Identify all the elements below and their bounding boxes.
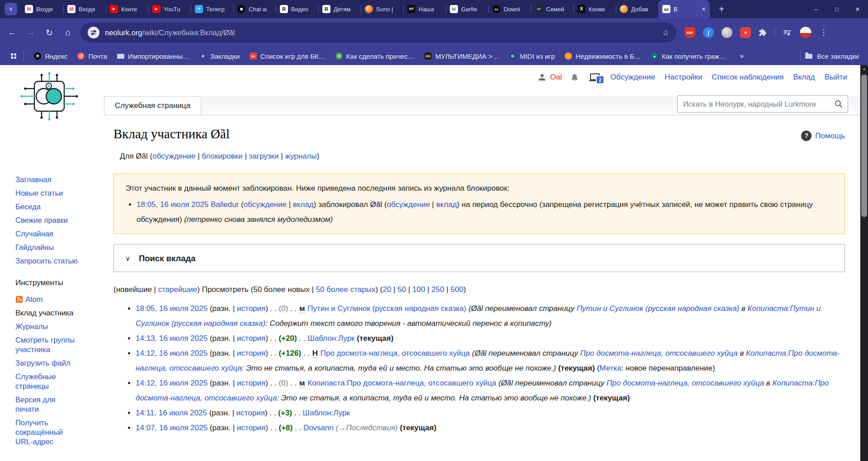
back-button[interactable]: ←: [6, 28, 19, 38]
help-link[interactable]: Помощь: [815, 128, 845, 143]
text-link[interactable]: Путин и Суглинок (русская народная сказк…: [307, 304, 466, 313]
text-link[interactable]: 14:13, 16 июля 2025: [136, 334, 208, 343]
bookmarks-overflow-chevron[interactable]: »: [740, 52, 744, 60]
sidebar-item[interactable]: Новые статьи: [15, 188, 92, 198]
browser-tab[interactable]: ✈Телегр: [191, 0, 233, 18]
sidebar-tool-link[interactable]: Служебные страницы: [15, 372, 56, 390]
contribs-filter-box[interactable]: ∨ Поиск вклада: [113, 244, 845, 272]
text-link[interactable]: 50: [397, 285, 406, 294]
sidebar-tool-item[interactable]: Atom: [15, 295, 80, 304]
bookmark-item[interactable]: @Почта: [77, 52, 107, 60]
browser-tab[interactable]: Добав: [616, 0, 658, 18]
text-link[interactable]: 14:12, 16 июля 2025: [136, 379, 208, 387]
text-link[interactable]: история: [236, 409, 265, 417]
profile-avatar[interactable]: [799, 26, 812, 39]
text-link[interactable]: 14:11, 16 июля 2025: [136, 409, 207, 417]
browser-tab[interactable]: ▶YouTu: [148, 0, 191, 18]
bookmark-item[interactable]: ЯЯндекс: [34, 52, 67, 60]
shazam-icon[interactable]: ∫: [703, 27, 714, 38]
sidebar-item[interactable]: Запросить статью: [15, 256, 92, 266]
sidebar-tool-link[interactable]: Журналы: [15, 322, 48, 330]
browser-tab[interactable]: MВходя: [21, 0, 63, 18]
text-link[interactable]: 18:05, 16 июля 2025: [137, 200, 208, 209]
scrollbar-up-arrow[interactable]: ▲: [860, 65, 868, 73]
text-link[interactable]: Про досмота-наглеца, отсосавшего хуйца: [580, 349, 737, 358]
redv-icon[interactable]: ▾: [740, 27, 751, 38]
browser-tab[interactable]: azСемей: [531, 0, 573, 18]
text-link[interactable]: Про досмота-наглеца, отсосавшего хуйца: [607, 379, 764, 387]
text-link[interactable]: Копипаста:Про досмота-наглеца, отсосавше…: [307, 379, 496, 387]
sidebar-tool-link[interactable]: Смотреть группы участника: [15, 336, 75, 353]
bookmark-item[interactable]: БКСписок игр для БК…: [250, 52, 326, 60]
home-button[interactable]: ⌂: [61, 28, 74, 38]
text-link[interactable]: 100: [412, 285, 425, 294]
browser-menu-icon[interactable]: ⋮: [820, 28, 828, 38]
text-link[interactable]: обсуждение: [387, 200, 430, 209]
browser-tab[interactable]: XКонве: [573, 0, 616, 18]
window-close-button[interactable]: ✕: [847, 0, 868, 18]
sidebar-tool-item[interactable]: Получить сокращённый URL-адрес: [15, 418, 80, 447]
text-link[interactable]: 50 более старых: [316, 285, 376, 294]
text-link[interactable]: Путин и Суглинок (русская народная сказк…: [576, 304, 739, 313]
user-menu[interactable]: Oal: [537, 72, 562, 82]
reload-button[interactable]: ↻: [43, 28, 56, 38]
notifications-bell-icon[interactable]: [570, 73, 579, 82]
text-link[interactable]: блокировки: [202, 152, 242, 160]
all-bookmarks-button[interactable]: Все закладки: [800, 51, 859, 61]
sidebar-item[interactable]: Гайдлайны: [15, 243, 92, 252]
text-link[interactable]: старейшие: [158, 285, 198, 294]
new-tab-button[interactable]: +: [715, 4, 728, 14]
page-scrollbar[interactable]: ▲: [860, 65, 868, 461]
text-link[interactable]: Balledur: [211, 200, 239, 209]
personal-link[interactable]: Выйти: [825, 73, 847, 81]
text-link[interactable]: Про досмота-наглеца, отсосавшего хуйца: [321, 349, 470, 358]
personal-link[interactable]: Обсуждение: [610, 73, 655, 81]
sidebar-tool-item[interactable]: Версия для печати: [15, 395, 80, 414]
sidebar-tool-link[interactable]: Atom: [25, 295, 43, 303]
neolurk-logo[interactable]: [15, 71, 83, 141]
browser-tab[interactable]: RВидео: [276, 0, 318, 18]
extensions-puzzle-icon[interactable]: [759, 28, 767, 37]
browser-tab[interactable]: RДетям: [318, 0, 361, 18]
text-link[interactable]: Шаблон:Лурк: [307, 334, 354, 343]
text-link[interactable]: Dovsann: [303, 423, 334, 432]
text-link[interactable]: 18:05, 16 июля 2025: [136, 304, 208, 313]
bookmark-item[interactable]: Импортированны…: [117, 52, 189, 60]
playlist-music-icon[interactable]: [783, 28, 792, 37]
window-maximize-button[interactable]: □: [826, 0, 847, 18]
text-link[interactable]: Шаблон:Лурк: [303, 409, 350, 417]
sidebar-item[interactable]: Случайная: [15, 229, 92, 239]
sidebar-link[interactable]: Запросить статью: [15, 257, 78, 265]
text-link[interactable]: Метка: [599, 364, 621, 372]
help-indicator[interactable]: ? Помощь: [801, 128, 845, 143]
browser-tab[interactable]: Suno |: [361, 0, 403, 18]
sidebar-link[interactable]: Гайдлайны: [15, 243, 54, 251]
sidebar-link[interactable]: Заглавная: [15, 175, 52, 183]
forward-button[interactable]: →: [24, 28, 37, 38]
text-link[interactable]: журналы: [285, 152, 316, 160]
search-icon[interactable]: [834, 99, 843, 108]
personal-link[interactable]: Вклад: [793, 73, 815, 81]
personal-link[interactable]: Список наблюдения: [712, 73, 784, 81]
sidebar-item[interactable]: Свежие правки: [15, 216, 92, 225]
browser-tab-active[interactable]: ωВ✕: [658, 0, 710, 18]
browser-tab[interactable]: KFНаша: [403, 0, 446, 18]
bookmark-item[interactable]: WSМУЛЬТИМЕДИА >…: [425, 52, 499, 60]
text-link[interactable]: 14:07, 16 июля 2025: [136, 423, 208, 432]
chevron-down-icon[interactable]: ∨: [125, 251, 130, 266]
apps-grid-icon[interactable]: [11, 53, 16, 59]
sidebar-item[interactable]: Заглавная: [15, 175, 92, 184]
notices-laptop-icon[interactable]: 2: [589, 72, 601, 82]
text-link[interactable]: вклад: [436, 200, 457, 209]
text-link[interactable]: загрузки: [249, 152, 279, 160]
sidebar-tool-link[interactable]: Получить сокращённый URL-адрес: [15, 419, 63, 446]
sidebar-link[interactable]: Беседа: [15, 202, 41, 211]
sidebar-link[interactable]: Новые статьи: [15, 189, 63, 197]
bookmark-star-icon[interactable]: ☆: [662, 28, 669, 38]
search-input[interactable]: [682, 99, 834, 109]
sidebar-tool-link[interactable]: Версия для печати: [15, 395, 56, 413]
sidebar-tool-item[interactable]: Журналы: [15, 322, 80, 331]
personal-link[interactable]: Настройки: [665, 73, 702, 81]
browser-tab[interactable]: ▶Конте: [106, 0, 148, 18]
sidebar-item[interactable]: Беседа: [15, 202, 92, 212]
